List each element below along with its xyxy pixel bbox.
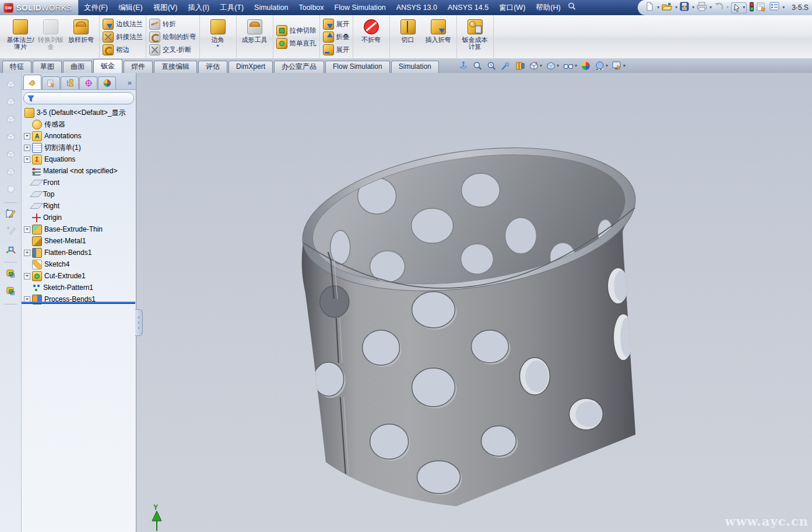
tab-surfaces[interactable]: 曲面 — [63, 61, 92, 73]
select-caret[interactable]: ▾ — [743, 5, 745, 10]
tree-item-front-plane[interactable]: Front — [22, 177, 136, 188]
tree-item-right-plane[interactable]: Right — [22, 200, 136, 212]
panel-collapse-handle[interactable]: ‹ ‹ ‹ — [135, 309, 143, 336]
insert-bends-button[interactable]: 插入折弯 — [423, 16, 454, 58]
rollback-bar[interactable] — [22, 302, 135, 303]
view-cube-icon-3[interactable] — [5, 114, 16, 127]
sketched-bend-button[interactable]: 绘制的折弯 — [149, 31, 196, 43]
jog-button[interactable]: 转折 — [149, 18, 196, 30]
simple-hole-button[interactable]: 简单直孔 — [276, 37, 317, 49]
menu-ansys-13[interactable]: ANSYS 13.0 — [391, 0, 442, 15]
tree-item-sketch4[interactable]: Sketch4 — [22, 258, 136, 270]
tree-item-sensors[interactable]: 传感器 — [22, 118, 136, 130]
menu-window[interactable]: 窗口(W) — [494, 0, 530, 15]
displaymanager-tab[interactable] — [98, 76, 116, 89]
search-icon[interactable] — [567, 2, 577, 13]
properties-button[interactable] — [757, 2, 767, 14]
no-bends-button[interactable]: 不折弯 — [356, 16, 386, 58]
view-orientation-icon[interactable]: ▾ — [529, 61, 542, 71]
rip-button[interactable]: 切口 — [393, 16, 423, 58]
tree-item-sheet-metal1[interactable]: Sheet-Metal1 — [22, 235, 136, 247]
traffic-light-icon[interactable] — [749, 2, 754, 14]
view-cube-icon-1[interactable] — [5, 79, 16, 92]
expander-icon[interactable]: + — [24, 226, 30, 233]
add-sketch-icon[interactable] — [5, 226, 16, 239]
menu-ansys-14[interactable]: ANSYS 14.5 — [442, 0, 494, 15]
view-rounded-icon[interactable] — [5, 184, 16, 197]
hide-show-items-icon[interactable]: ▾ — [563, 61, 577, 71]
panel-tabs-overflow[interactable]: » — [128, 78, 134, 89]
menu-edit[interactable]: 编辑(E) — [113, 0, 148, 15]
view-cube-icon-5[interactable] — [5, 149, 16, 162]
tree-item-cut-extrude1[interactable]: + Cut-Extrude1 — [22, 270, 136, 282]
print-button[interactable] — [697, 2, 707, 13]
display-style-icon[interactable]: ▾ — [546, 61, 559, 71]
tree-item-flatten-bends1[interactable]: + Flatten-Bends1 — [22, 247, 136, 258]
open-button[interactable] — [662, 2, 673, 14]
view-cube-icon-6[interactable] — [5, 166, 16, 180]
select-tool[interactable]: ▾ — [731, 2, 747, 13]
unfold-button[interactable]: 展开 — [323, 18, 350, 30]
cross-break-button[interactable]: 交叉-折断 — [149, 44, 196, 55]
fold-button[interactable]: 折叠 — [323, 31, 350, 43]
menu-simulation[interactable]: Simulation — [249, 0, 293, 15]
previous-view-icon[interactable] — [486, 61, 497, 71]
tab-sketch[interactable]: 草图 — [33, 61, 62, 73]
undo-button[interactable] — [714, 2, 724, 13]
configurationmanager-tab[interactable] — [61, 76, 79, 89]
coordinate-system-icon[interactable] — [5, 243, 16, 257]
corner-button[interactable]: 边角 ▾ — [203, 16, 233, 58]
tab-flow-simulation[interactable]: Flow Simulation — [325, 61, 390, 73]
dimxpertmanager-tab[interactable] — [79, 76, 97, 89]
tab-simulation[interactable]: Simulation — [391, 61, 439, 73]
expander-icon[interactable]: + — [24, 273, 30, 279]
sheetmetal-feature-icon-2[interactable] — [5, 285, 16, 299]
flatten-button[interactable]: 展开 — [323, 44, 350, 55]
tree-root[interactable]: 3-5 (Default<<Default>_显示 — [22, 107, 136, 118]
view-settings-icon[interactable]: ▾ — [611, 61, 625, 71]
menu-tools[interactable]: 工具(T) — [215, 0, 249, 15]
new-document-caret[interactable]: ▾ — [657, 5, 659, 10]
view-cube-icon-4[interactable] — [5, 131, 16, 145]
menu-help[interactable]: 帮助(H) — [530, 0, 565, 15]
expander-icon[interactable]: + — [24, 133, 30, 139]
options-caret[interactable]: ▾ — [782, 5, 785, 10]
graphics-viewport[interactable]: Y www.ayc.cn — [136, 73, 812, 532]
tab-features[interactable]: 特征 — [2, 61, 31, 73]
tree-filter-box[interactable] — [23, 92, 134, 104]
save-button[interactable] — [680, 2, 690, 14]
tree-item-process-bends1[interactable]: + Process-Bends1 — [22, 293, 136, 305]
model-canvas[interactable]: Y — [136, 73, 812, 532]
tab-sheet-metal[interactable]: 钣金 — [93, 59, 122, 73]
expander-icon[interactable]: + — [24, 156, 30, 163]
edit-appearance-icon[interactable] — [581, 61, 591, 71]
miter-flange-button[interactable]: 斜接法兰 — [103, 31, 143, 43]
convert-to-sheetmetal-button[interactable]: 转换到钣金 — [36, 16, 66, 58]
tab-direct-editing[interactable]: 直接编辑 — [154, 61, 197, 73]
hem-button[interactable]: 褶边 — [103, 44, 143, 55]
view-cube-icon-2[interactable] — [5, 96, 16, 110]
tab-weldments[interactable]: 焊件 — [124, 61, 153, 73]
section-view-icon[interactable] — [515, 61, 525, 71]
new-document-button[interactable] — [645, 2, 655, 14]
lofted-bend-button[interactable]: 放样折弯 — [66, 16, 96, 58]
tree-item-cut-list[interactable]: + 切割清单(1) — [22, 142, 136, 153]
propertymanager-tab[interactable] — [42, 76, 60, 89]
zoom-to-fit-icon[interactable] — [458, 61, 469, 71]
menu-view[interactable]: 视图(V) — [148, 0, 183, 15]
sheetmetal-cost-button[interactable]: 钣金成本计算 — [460, 16, 490, 58]
tree-item-top-plane[interactable]: Top — [22, 188, 136, 200]
corner-caret[interactable]: ▾ — [216, 44, 219, 48]
base-flange-button[interactable]: 基体法兰/薄片 — [5, 16, 36, 58]
menu-insert[interactable]: 插入(I) — [182, 0, 215, 15]
magnified-selection-icon[interactable] — [500, 61, 511, 71]
tree-item-material[interactable]: Material <not specified> — [22, 165, 136, 177]
edge-flange-button[interactable]: 边线法兰 — [103, 18, 143, 30]
expander-icon[interactable]: + — [24, 250, 30, 256]
tree-item-sketch-pattern1[interactable]: Sketch-Pattern1 — [22, 282, 136, 293]
zoom-to-area-icon[interactable] — [472, 61, 483, 71]
sheetmetal-feature-icon-1[interactable] — [5, 268, 16, 281]
print-caret[interactable]: ▾ — [709, 5, 712, 10]
new-sketch-icon[interactable] — [5, 208, 16, 222]
tree-item-origin[interactable]: Origin — [22, 212, 136, 223]
